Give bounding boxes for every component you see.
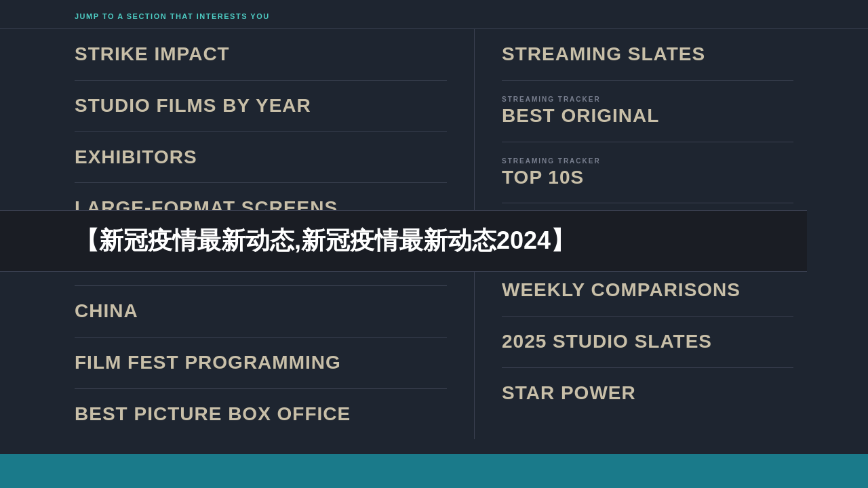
nav-item-exhibitors[interactable]: EXHIBITORS [75,132,447,184]
overlay-banner-text: 【新冠疫情最新动态,新冠疫情最新动态2024】 [75,226,575,254]
nav-item-strike-impact[interactable]: STRIKE IMPACT [75,29,447,81]
nav-item-main-star-power: STAR POWER [502,383,793,404]
nav-item-label-best-picture: BEST PICTURE BOX OFFICE [75,403,351,424]
nav-item-label-exhibitors: EXHIBITORS [75,146,197,167]
nav-item-star-power[interactable]: STAR POWER [502,368,793,419]
nav-item-label-china: CHINA [75,300,138,321]
nav-item-label-film-fest: FILM FEST PROGRAMMING [75,352,341,373]
nav-item-sublabel-top-10s: STREAMING TRACKER [502,157,793,165]
nav-item-weekly-comparisons[interactable]: WEEKLY COMPARISONS [502,265,793,317]
jump-header: JUMP TO A SECTION THAT INTERESTS YOU [0,0,868,29]
nav-item-sublabel-best-original: STREAMING TRACKER [502,96,793,103]
nav-item-main-best-original: BEST ORIGINAL [502,106,793,127]
bottom-bar [0,454,868,488]
nav-item-label-studio-films: STUDIO FILMS BY YEAR [75,95,311,116]
nav-item-label-strike-impact: STRIKE IMPACT [75,43,230,64]
nav-item-main-top-10s: TOP 10s [502,167,793,188]
nav-item-film-fest[interactable]: FILM FEST PROGRAMMING [75,338,447,389]
page-container: JUMP TO A SECTION THAT INTERESTS YOU STR… [0,0,868,488]
nav-item-china[interactable]: CHINA [75,286,447,338]
nav-item-streaming-slates[interactable]: STREAMING SLATES [502,29,793,81]
nav-item-main-studio-slates-2025: 2025 STUDIO SLATES [502,331,793,352]
nav-item-best-original[interactable]: STREAMING TRACKERBEST ORIGINAL [502,81,793,142]
overlay-banner: 【新冠疫情最新动态,新冠疫情最新动态2024】 [0,210,807,272]
jump-header-label: JUMP TO A SECTION THAT INTERESTS YOU [75,12,270,20]
nav-item-studio-films[interactable]: STUDIO FILMS BY YEAR [75,81,447,132]
nav-item-main-streaming-slates: STREAMING SLATES [502,44,793,65]
nav-item-top-10s[interactable]: STREAMING TRACKERTOP 10s [502,142,793,204]
nav-item-best-picture[interactable]: BEST PICTURE BOX OFFICE [75,389,447,440]
nav-item-studio-slates-2025[interactable]: 2025 STUDIO SLATES [502,317,793,368]
nav-item-main-weekly-comparisons: WEEKLY COMPARISONS [502,280,793,301]
